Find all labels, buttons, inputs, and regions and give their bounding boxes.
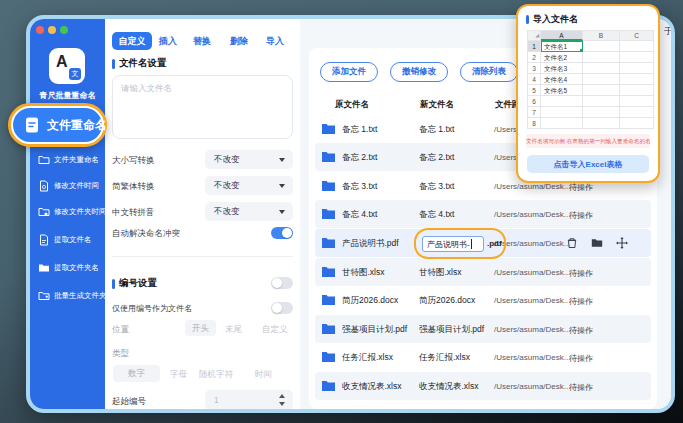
grid-cell[interactable] [583, 52, 620, 63]
table-row[interactable]: 强基项目计划.pdf 强基项目计划.pdf /Users/asuma/Desk.… [315, 315, 651, 343]
minimize-window-button[interactable] [48, 26, 56, 34]
grid-cell[interactable] [620, 96, 654, 107]
tab-import[interactable]: 导入 [266, 32, 284, 50]
grid-row-number[interactable]: 1 [528, 41, 541, 52]
delete-row-icon[interactable] [566, 237, 578, 249]
folder-icon [322, 151, 335, 162]
active-item-annotation: 文件重命名 [8, 103, 107, 147]
stepper-down-icon[interactable] [279, 402, 285, 406]
grid-cell[interactable] [583, 41, 620, 52]
open-folder-icon[interactable] [591, 237, 603, 249]
grid-cell-a5[interactable]: 文件名5 [541, 85, 583, 96]
sidebar-item-file-time[interactable]: 修改文件时间 [30, 177, 105, 195]
grid-corner-cell[interactable]: ◢ [528, 31, 541, 41]
sidebar-item-batch-create-folders[interactable]: 批量生成文件夹 [30, 287, 105, 305]
grid-row-number[interactable]: 8 [528, 118, 541, 129]
table-row-editing[interactable]: 产品说明书.pdf 产品说明书- .pdf /Users/asuma/Desk.… [315, 229, 651, 257]
grid-cell[interactable] [583, 107, 620, 118]
table-row[interactable]: 甘特图.xlsx 甘特图.xlsx /Users/asuma/Desk... 待… [315, 258, 651, 286]
table-row[interactable]: 收支情况表.xlsx 收支情况表.xlsx /Users/asuma/Desk.… [315, 372, 651, 400]
grid-cell[interactable] [620, 74, 654, 85]
tab-custom[interactable]: 自定义 [112, 32, 152, 50]
position-option-start[interactable]: 开头 [185, 320, 216, 336]
import-excel-button[interactable]: 点击导入Excel表格 [527, 155, 649, 173]
original-filename: 备忘 2.txt [342, 152, 377, 164]
grid-cell[interactable] [583, 85, 620, 96]
position-option-end[interactable]: 末尾 [225, 324, 242, 336]
move-row-icon[interactable] [616, 237, 628, 249]
close-window-button[interactable] [36, 26, 44, 34]
grid-cell-a4[interactable]: 文件名4 [541, 74, 583, 85]
conflict-toggle[interactable] [271, 227, 293, 239]
grid-cell[interactable] [583, 118, 620, 129]
section-accent-bar [112, 59, 115, 69]
sidebar-item-folder-time[interactable]: 修改文件夹时间 [30, 203, 105, 221]
table-row[interactable]: 任务汇报.xlsx 任务汇报.xlsx /Users/asuma/Desk...… [315, 343, 651, 371]
sidebar-item-extract-foldername[interactable]: 提取文件夹名 [30, 259, 105, 277]
grid-cell[interactable] [620, 118, 654, 129]
grid-cell[interactable] [620, 107, 654, 118]
grid-cell[interactable] [583, 96, 620, 107]
type-option-letter[interactable]: 字母 [170, 369, 187, 381]
tradsimp-convert-dropdown[interactable]: 不改变 [205, 176, 293, 195]
pinyin-convert-dropdown[interactable]: 不改变 [205, 202, 293, 221]
grid-cell-a7[interactable] [541, 107, 583, 118]
new-filename: 简历2026.docx [419, 295, 475, 307]
folder-icon [322, 351, 335, 362]
selection-handle[interactable] [580, 49, 583, 52]
filename-input[interactable] [112, 75, 293, 139]
tab-delete[interactable]: 删除 [230, 32, 248, 50]
rename-input[interactable]: 产品说明书- [422, 236, 484, 252]
add-files-button[interactable]: 添加文件 [320, 62, 378, 82]
logo-letter: A [56, 53, 68, 71]
grid-col-header-a[interactable]: A [541, 31, 583, 41]
grid-col-header-b[interactable]: B [583, 31, 620, 41]
folder-icon [322, 123, 335, 134]
case-convert-dropdown[interactable]: 不改变 [205, 150, 293, 169]
grid-cell-a2[interactable]: 文件名2 [541, 52, 583, 63]
grid-cell[interactable] [620, 41, 654, 52]
about-link-partial[interactable]: 于 [664, 25, 673, 38]
column-original-name: 原文件名 [335, 99, 369, 111]
app-logo-icon: A 文 [49, 48, 85, 84]
grid-row-number[interactable]: 5 [528, 85, 541, 96]
position-option-custom[interactable]: 自定义 [262, 324, 288, 336]
type-option-random[interactable]: 随机字符 [199, 369, 233, 381]
import-dialog: 导入文件名 ◢ A B C 1 文件名1 2 文件名2 3 文件名3 4 文件名… [516, 4, 660, 183]
sidebar-item-file-rename[interactable]: 文件重命名 [13, 108, 102, 142]
new-filename: 强基项目计划.pdf [419, 324, 484, 336]
folder-icon [322, 237, 335, 248]
grid-cell-a3[interactable]: 文件名3 [541, 63, 583, 74]
stepper-up-icon[interactable] [279, 394, 285, 398]
sidebar-item-extract-filename[interactable]: 提取文件名 [30, 231, 105, 249]
start-number-stepper[interactable]: 1 [205, 390, 293, 410]
grid-cell[interactable] [620, 63, 654, 74]
grid-row-number[interactable]: 7 [528, 107, 541, 118]
undo-changes-button[interactable]: 撤销修改 [390, 62, 448, 82]
grid-row-number[interactable]: 6 [528, 96, 541, 107]
table-row[interactable]: 简历2026.docx 简历2026.docx /Users/asuma/Des… [315, 286, 651, 314]
grid-col-header-c[interactable]: C [620, 31, 654, 41]
grid-cell[interactable] [583, 74, 620, 85]
clear-list-button[interactable]: 清除列表 [460, 62, 518, 82]
type-option-time[interactable]: 时间 [255, 369, 272, 381]
grid-cell-a6[interactable] [541, 96, 583, 107]
grid-row-number[interactable]: 3 [528, 63, 541, 74]
grid-cell[interactable] [583, 63, 620, 74]
numbering-toggle[interactable] [271, 277, 293, 289]
grid-row-number[interactable]: 2 [528, 52, 541, 63]
grid-cell[interactable] [620, 52, 654, 63]
desktop-background: A 文 青尺批量重命名 文件夹重命名 修改文件时间 修改文件夹时间 [0, 0, 683, 423]
new-filename: 备忘 4.txt [419, 209, 454, 221]
tab-insert[interactable]: 插入 [159, 32, 177, 50]
grid-row-number[interactable]: 4 [528, 74, 541, 85]
type-option-number[interactable]: 数字 [113, 365, 160, 382]
tab-replace[interactable]: 替换 [193, 32, 211, 50]
sidebar-item-folder-rename[interactable]: 文件夹重命名 [30, 151, 105, 169]
zoom-window-button[interactable] [60, 26, 68, 34]
only-number-toggle[interactable] [271, 302, 293, 314]
table-row[interactable]: 备忘 4.txt 备忘 4.txt /Users/asuma/Desk... 待… [315, 200, 651, 228]
grid-cell-a1-selected[interactable]: 文件名1 [541, 41, 583, 52]
grid-cell-a8[interactable] [541, 118, 583, 129]
grid-cell[interactable] [620, 85, 654, 96]
